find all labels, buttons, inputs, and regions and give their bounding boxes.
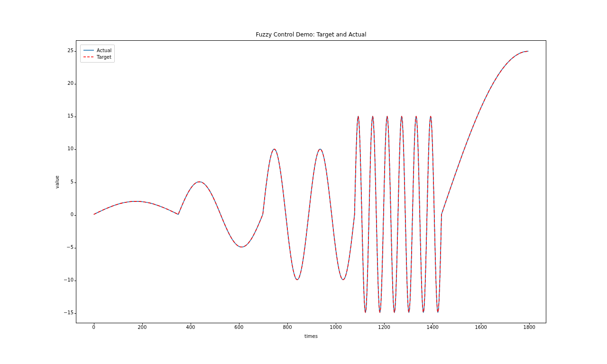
x-tick-label: 1600 [475,325,487,330]
y-tick-label: 25 [67,48,74,53]
x-tick-label: 1800 [524,325,535,330]
y-tick-mark [74,281,76,281]
y-tick-label: 5 [71,179,74,184]
y-tick-label: −10 [64,277,74,282]
legend-label-actual: Actual [97,48,111,53]
x-tick-label: 400 [186,325,195,330]
series-actual [94,51,529,312]
x-axis-label: times [76,334,546,339]
y-tick-mark [74,248,76,248]
x-tick-label: 0 [92,325,95,330]
legend-entry-target: Target [83,54,111,60]
y-tick-label: 10 [67,146,74,151]
series-target [94,51,529,312]
legend-entry-actual: Actual [83,47,111,54]
y-tick-label: −15 [64,309,74,315]
x-tick-label: 1000 [330,325,341,330]
x-tick-label: 200 [138,325,147,330]
figure: Fuzzy Control Demo: Target and Actual ti… [0,0,607,364]
y-tick-label: −5 [66,244,74,249]
y-tick-mark [74,51,76,52]
y-axis-label: value [55,175,60,188]
x-tick-label: 600 [234,325,243,330]
y-tick-mark [74,117,76,117]
y-tick-label: 15 [67,113,74,118]
x-tick-label: 1400 [426,325,438,330]
plot-axes: Fuzzy Control Demo: Target and Actual ti… [76,40,546,323]
y-tick-mark [74,149,76,150]
x-tick-label: 800 [283,325,292,330]
legend: Actual Target [80,45,115,63]
y-tick-mark [74,182,76,183]
y-tick-mark [74,84,76,84]
y-tick-label: 0 [71,211,74,217]
chart-title: Fuzzy Control Demo: Target and Actual [76,31,546,38]
y-tick-mark [74,313,76,314]
plot-canvas [76,41,546,323]
legend-swatch-target [83,55,94,59]
legend-swatch-actual [83,48,94,53]
y-tick-label: 20 [67,81,74,86]
y-tick-mark [74,215,76,216]
legend-label-target: Target [97,55,111,60]
x-tick-label: 1200 [378,325,390,330]
